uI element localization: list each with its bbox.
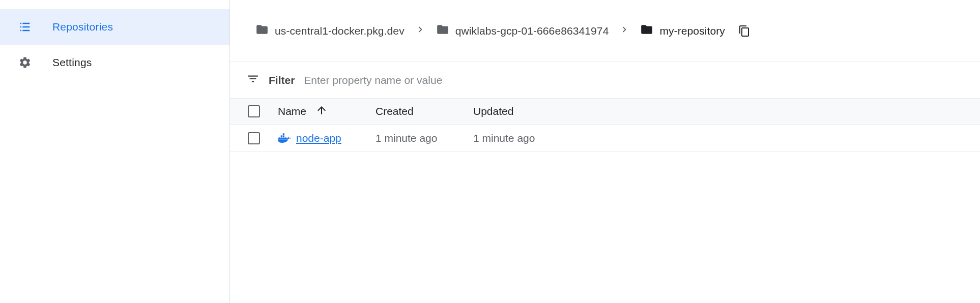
updated-cell: 1 minute ago bbox=[473, 132, 980, 144]
folder-icon bbox=[255, 23, 269, 39]
copy-button[interactable] bbox=[738, 25, 751, 37]
select-all-checkbox[interactable] bbox=[248, 105, 260, 117]
list-icon bbox=[18, 20, 32, 34]
sort-ascending-icon bbox=[315, 104, 328, 119]
column-header-name[interactable]: Name bbox=[278, 104, 376, 119]
chevron-right-icon bbox=[415, 24, 426, 38]
sidebar-item-label: Repositories bbox=[52, 21, 113, 33]
folder-icon bbox=[640, 23, 653, 39]
breadcrumb: us-central1-docker.pkg.dev qwiklabs-gcp-… bbox=[230, 0, 980, 62]
svg-rect-3 bbox=[281, 135, 282, 137]
breadcrumb-item-project[interactable]: qwiklabs-gcp-01-666e86341974 bbox=[436, 23, 609, 39]
created-cell: 1 minute ago bbox=[376, 132, 473, 144]
breadcrumb-item-registry[interactable]: us-central1-docker.pkg.dev bbox=[255, 23, 405, 39]
filter-label: Filter bbox=[269, 74, 295, 86]
breadcrumb-label: us-central1-docker.pkg.dev bbox=[275, 25, 405, 37]
sidebar: Repositories Settings bbox=[0, 0, 230, 303]
breadcrumb-label: my-repository bbox=[659, 25, 725, 37]
breadcrumb-label: qwiklabs-gcp-01-666e86341974 bbox=[455, 25, 609, 37]
image-name-link[interactable]: node-app bbox=[296, 132, 341, 144]
column-header-created[interactable]: Created bbox=[376, 105, 473, 117]
filter-bar: Filter bbox=[230, 62, 980, 98]
sidebar-item-settings[interactable]: Settings bbox=[0, 45, 229, 80]
folder-icon bbox=[436, 23, 449, 39]
svg-rect-4 bbox=[283, 135, 284, 137]
row-checkbox[interactable] bbox=[248, 132, 260, 144]
table-row: node-app 1 minute ago 1 minute ago bbox=[230, 125, 980, 152]
sidebar-item-repositories[interactable]: Repositories bbox=[0, 9, 229, 45]
table-header: Name Created Updated bbox=[230, 98, 980, 125]
column-header-updated[interactable]: Updated bbox=[473, 105, 980, 117]
images-table: Name Created Updated bbox=[230, 98, 980, 152]
main-content: us-central1-docker.pkg.dev qwiklabs-gcp-… bbox=[230, 0, 980, 303]
chevron-right-icon bbox=[619, 24, 630, 38]
filter-input[interactable] bbox=[304, 74, 980, 86]
sidebar-item-label: Settings bbox=[52, 56, 92, 69]
filter-icon bbox=[246, 72, 260, 88]
gear-icon bbox=[18, 55, 32, 70]
docker-icon bbox=[278, 133, 291, 143]
svg-rect-5 bbox=[283, 133, 284, 135]
breadcrumb-item-repository[interactable]: my-repository bbox=[640, 23, 725, 39]
